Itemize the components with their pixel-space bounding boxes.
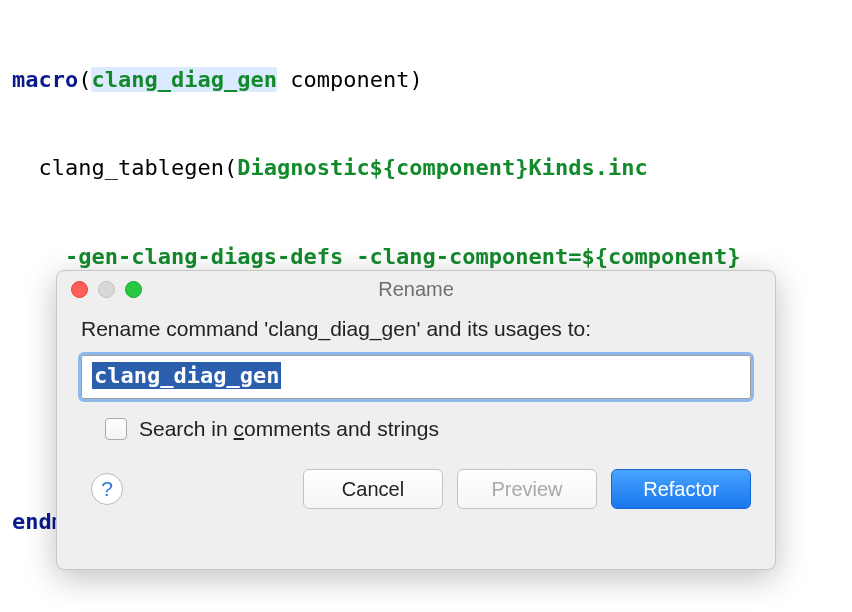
preview-button[interactable]: Preview bbox=[457, 469, 597, 509]
refactor-button[interactable]: Refactor bbox=[611, 469, 751, 509]
dialog-titlebar[interactable]: Rename bbox=[57, 271, 775, 307]
dialog-title: Rename bbox=[378, 278, 454, 300]
checkbox-label: Search in comments and strings bbox=[139, 417, 439, 441]
rename-dialog: Rename Rename command 'clang_diag_gen' a… bbox=[56, 270, 776, 570]
keyword-macro: macro bbox=[12, 67, 78, 92]
rename-input[interactable] bbox=[81, 355, 751, 399]
close-icon[interactable] bbox=[71, 281, 88, 298]
help-button[interactable]: ? bbox=[91, 473, 123, 505]
minimize-icon bbox=[98, 281, 115, 298]
identifier: clang_diag_gen bbox=[91, 67, 276, 92]
cancel-button[interactable]: Cancel bbox=[303, 469, 443, 509]
dialog-prompt: Rename command 'clang_diag_gen' and its … bbox=[81, 317, 751, 341]
search-comments-checkbox[interactable] bbox=[105, 418, 127, 440]
zoom-icon[interactable] bbox=[125, 281, 142, 298]
